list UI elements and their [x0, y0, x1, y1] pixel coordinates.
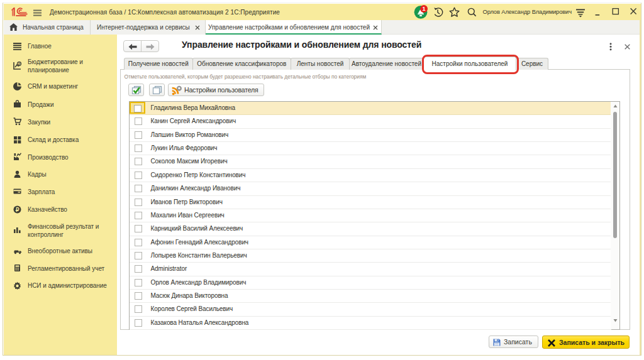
svg-text:₽: ₽: [18, 62, 21, 66]
svg-text:₽: ₽: [16, 206, 19, 212]
svg-text:1: 1: [422, 6, 425, 12]
